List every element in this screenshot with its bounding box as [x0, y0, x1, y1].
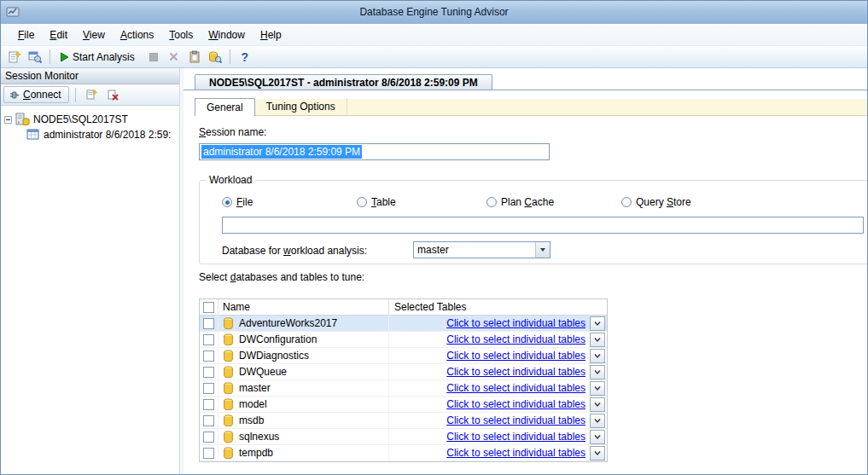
- select-tables-link[interactable]: Click to select individual tables: [446, 431, 585, 443]
- column-header-name[interactable]: Name: [218, 299, 389, 316]
- menu-item[interactable]: Window: [201, 26, 253, 44]
- menu-item[interactable]: Actions: [113, 26, 161, 44]
- workload-radio-option[interactable]: Table: [357, 196, 396, 208]
- tables-dropdown-button[interactable]: [590, 333, 605, 347]
- row-checkbox-cell: [200, 316, 218, 331]
- database-combobox[interactable]: master: [413, 241, 551, 258]
- document-area: NODE5\SQL2017ST - administrator 8/6/2018…: [184, 68, 868, 475]
- database-checkbox[interactable]: [203, 448, 214, 459]
- tables-dropdown-button[interactable]: [590, 381, 605, 396]
- workload-file-input[interactable]: [222, 217, 864, 234]
- select-tables-link[interactable]: Click to select individual tables: [446, 350, 585, 362]
- help-button[interactable]: ?: [236, 48, 254, 67]
- database-name: DWDiagnostics: [239, 350, 309, 362]
- database-name-cell: sqlnexus: [218, 429, 389, 444]
- tables-dropdown-button[interactable]: [590, 430, 605, 444]
- combobox-dropdown-button[interactable]: [535, 242, 550, 258]
- database-checkbox[interactable]: [203, 318, 214, 329]
- tables-dropdown-button[interactable]: [590, 365, 605, 379]
- start-analysis-button[interactable]: Start Analysis: [55, 48, 143, 67]
- tables-dropdown-button[interactable]: [590, 414, 605, 428]
- new-session-icon: [8, 50, 21, 64]
- menu-item[interactable]: Tools: [161, 26, 201, 44]
- tree-node-label: administrator 8/6/2018 2:59:: [44, 129, 171, 141]
- select-tables-link[interactable]: Click to select individual tables: [446, 317, 585, 329]
- workload-radio-option[interactable]: File: [222, 196, 253, 208]
- database-name: model: [239, 398, 267, 410]
- select-tables-link[interactable]: Click to select individual tables: [446, 366, 585, 378]
- tables-dropdown-button[interactable]: [590, 446, 605, 461]
- database-checkbox[interactable]: [203, 367, 214, 378]
- menu-item[interactable]: Edit: [42, 26, 75, 44]
- session-name-label: Session name:: [199, 126, 266, 138]
- menubar: File Edit View Actions Tools Window Help: [0, 24, 868, 46]
- document-tab[interactable]: NODE5\SQL2017ST - administrator 8/6/2018…: [195, 74, 492, 90]
- chevron-down-icon: [540, 248, 545, 252]
- page-tab-strip: General Tuning Options: [195, 99, 868, 116]
- delete-session-button[interactable]: [103, 85, 122, 104]
- radio-icon: [222, 197, 232, 207]
- select-tables-link[interactable]: Click to select individual tables: [446, 382, 585, 394]
- workload-radio-option[interactable]: Query Store: [621, 196, 691, 208]
- database-icon: [223, 333, 234, 346]
- selected-tables-cell: Click to select individual tables: [389, 397, 607, 412]
- database-checkbox[interactable]: [203, 383, 214, 394]
- analyze-database-button[interactable]: [206, 48, 224, 67]
- tree-node-session[interactable]: administrator 8/6/2018 2:59:: [0, 127, 179, 142]
- database-icon: [223, 317, 234, 330]
- chevron-down-icon: [594, 370, 601, 374]
- tree-node-server[interactable]: NODE5\SQL2017ST: [0, 112, 179, 127]
- select-tables-link[interactable]: Click to select individual tables: [446, 333, 585, 345]
- open-workload-icon: [28, 50, 42, 64]
- radio-label: Query Store: [636, 196, 691, 208]
- database-checkbox[interactable]: [203, 399, 214, 410]
- radio-icon: [357, 197, 367, 207]
- page-tab[interactable]: General: [195, 98, 255, 116]
- column-header-selected-tables[interactable]: Selected Tables: [389, 299, 607, 316]
- toolbar: Start Analysis ?: [0, 46, 868, 68]
- workload-group-label: Workload: [206, 174, 255, 186]
- page-tab[interactable]: Tuning Options: [255, 98, 347, 115]
- toolbar-separator: [75, 88, 76, 102]
- row-checkbox-cell: [200, 380, 218, 396]
- database-icon: [223, 366, 234, 379]
- tables-dropdown-button[interactable]: [590, 349, 605, 363]
- row-checkbox-cell: [200, 332, 218, 347]
- database-row: master Click to select individual tables: [200, 380, 607, 397]
- workload-radio-option[interactable]: Plan Cache: [486, 196, 554, 208]
- monitor-new-session-button[interactable]: [82, 85, 101, 104]
- database-checkbox[interactable]: [203, 350, 214, 362]
- header-checkbox-cell: [200, 299, 218, 316]
- combobox-value: master: [414, 244, 535, 256]
- selected-tables-cell: Click to select individual tables: [389, 348, 607, 363]
- select-tables-link[interactable]: Click to select individual tables: [446, 447, 585, 459]
- database-name-cell: AdventureWorks2017: [218, 316, 389, 331]
- clipboard-button[interactable]: [185, 48, 204, 67]
- selected-tables-cell: Click to select individual tables: [389, 316, 607, 331]
- select-tables-link[interactable]: Click to select individual tables: [446, 414, 585, 426]
- delete-session-icon: [107, 89, 119, 101]
- session-name-input[interactable]: administrator 8/6/2018 2:59:09 PM: [199, 143, 550, 160]
- database-checkbox[interactable]: [203, 415, 214, 426]
- selected-tables-cell: Click to select individual tables: [389, 380, 607, 396]
- tables-dropdown-button[interactable]: [590, 397, 605, 412]
- close-session-button: [165, 48, 184, 67]
- database-icon: [223, 414, 234, 427]
- database-name: tempdb: [239, 447, 273, 459]
- select-all-checkbox[interactable]: [203, 302, 214, 313]
- database-row: model Click to select individual tables: [200, 397, 607, 413]
- menu-item[interactable]: View: [75, 26, 113, 44]
- open-workload-button[interactable]: [26, 48, 44, 67]
- titlebar[interactable]: Database Engine Tuning Advisor: [0, 0, 868, 24]
- tables-dropdown-button[interactable]: [590, 316, 605, 331]
- select-tables-link[interactable]: Click to select individual tables: [446, 398, 585, 410]
- new-session-button[interactable]: [5, 48, 24, 67]
- database-icon: [223, 447, 234, 460]
- row-checkbox-cell: [200, 348, 218, 363]
- collapse-expander-icon[interactable]: [4, 116, 12, 124]
- menu-item[interactable]: Help: [253, 26, 289, 44]
- connect-button[interactable]: Connect: [3, 86, 69, 103]
- database-checkbox[interactable]: [203, 334, 214, 345]
- menu-item[interactable]: File: [10, 26, 42, 44]
- database-checkbox[interactable]: [203, 432, 214, 443]
